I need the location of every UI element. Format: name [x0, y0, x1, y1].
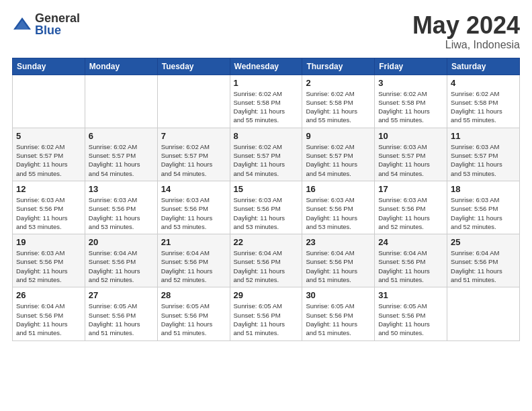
day-number: 19 [16, 237, 81, 247]
calendar-week-row: 1Sunrise: 6:02 AMSunset: 5:58 PMDaylight… [13, 75, 520, 128]
col-saturday: Saturday [447, 58, 520, 75]
day-info: Sunrise: 6:04 AMSunset: 5:56 PMDaylight:… [16, 302, 81, 337]
calendar-cell: 1Sunrise: 6:02 AMSunset: 5:58 PMDaylight… [230, 75, 302, 128]
calendar-cell [447, 287, 520, 340]
day-info: Sunrise: 6:02 AMSunset: 5:58 PMDaylight:… [378, 89, 443, 125]
calendar-cell: 12Sunrise: 6:03 AMSunset: 5:56 PMDayligh… [13, 181, 85, 234]
day-info: Sunrise: 6:02 AMSunset: 5:57 PMDaylight:… [306, 142, 371, 178]
day-info: Sunrise: 6:04 AMSunset: 5:56 PMDaylight:… [451, 248, 516, 284]
col-wednesday: Wednesday [230, 58, 302, 75]
calendar-cell: 3Sunrise: 6:02 AMSunset: 5:58 PMDaylight… [375, 75, 447, 128]
calendar-cell: 18Sunrise: 6:03 AMSunset: 5:56 PMDayligh… [447, 181, 520, 234]
calendar-cell: 23Sunrise: 6:04 AMSunset: 5:56 PMDayligh… [302, 234, 375, 287]
day-number: 15 [234, 184, 299, 194]
calendar-cell: 11Sunrise: 6:03 AMSunset: 5:57 PMDayligh… [447, 128, 520, 181]
day-info: Sunrise: 6:03 AMSunset: 5:57 PMDaylight:… [451, 142, 516, 178]
calendar-cell: 7Sunrise: 6:02 AMSunset: 5:57 PMDaylight… [157, 128, 230, 181]
calendar-cell [85, 75, 157, 128]
day-number: 7 [161, 131, 226, 141]
day-number: 3 [378, 78, 443, 88]
col-monday: Monday [85, 58, 157, 75]
day-number: 14 [161, 184, 226, 194]
day-number: 24 [378, 237, 443, 247]
day-info: Sunrise: 6:03 AMSunset: 5:56 PMDaylight:… [89, 195, 154, 231]
day-info: Sunrise: 6:02 AMSunset: 5:57 PMDaylight:… [89, 142, 154, 178]
calendar-cell: 19Sunrise: 6:03 AMSunset: 5:56 PMDayligh… [13, 234, 85, 287]
day-number: 29 [234, 290, 299, 300]
day-info: Sunrise: 6:05 AMSunset: 5:56 PMDaylight:… [234, 302, 299, 337]
day-info: Sunrise: 6:03 AMSunset: 5:56 PMDaylight:… [378, 195, 443, 231]
day-number: 12 [16, 184, 81, 194]
calendar-cell: 2Sunrise: 6:02 AMSunset: 5:58 PMDaylight… [302, 75, 375, 128]
calendar-week-row: 12Sunrise: 6:03 AMSunset: 5:56 PMDayligh… [13, 181, 520, 234]
day-info: Sunrise: 6:05 AMSunset: 5:56 PMDaylight:… [306, 302, 371, 337]
day-info: Sunrise: 6:03 AMSunset: 5:56 PMDaylight:… [161, 195, 226, 231]
col-sunday: Sunday [13, 58, 85, 75]
logo-icon [12, 16, 32, 32]
calendar-cell: 16Sunrise: 6:03 AMSunset: 5:56 PMDayligh… [302, 181, 375, 234]
calendar-cell: 10Sunrise: 6:03 AMSunset: 5:57 PMDayligh… [375, 128, 447, 181]
calendar-cell [13, 75, 85, 128]
calendar-cell: 24Sunrise: 6:04 AMSunset: 5:56 PMDayligh… [375, 234, 447, 287]
calendar-cell: 14Sunrise: 6:03 AMSunset: 5:56 PMDayligh… [157, 181, 230, 234]
col-thursday: Thursday [302, 58, 375, 75]
day-info: Sunrise: 6:04 AMSunset: 5:56 PMDaylight:… [306, 248, 371, 284]
calendar-cell [157, 75, 230, 128]
calendar-cell: 27Sunrise: 6:05 AMSunset: 5:56 PMDayligh… [85, 287, 157, 340]
logo-text: General Blue [35, 12, 80, 36]
calendar-header: Sunday Monday Tuesday Wednesday Thursday… [13, 58, 520, 75]
calendar-cell: 25Sunrise: 6:04 AMSunset: 5:56 PMDayligh… [447, 234, 520, 287]
day-number: 6 [89, 131, 154, 141]
calendar: Sunday Monday Tuesday Wednesday Thursday… [12, 58, 520, 341]
calendar-cell: 22Sunrise: 6:04 AMSunset: 5:56 PMDayligh… [230, 234, 302, 287]
day-info: Sunrise: 6:02 AMSunset: 5:57 PMDaylight:… [234, 142, 299, 178]
day-info: Sunrise: 6:04 AMSunset: 5:56 PMDaylight:… [234, 248, 299, 284]
day-number: 13 [89, 184, 154, 194]
day-info: Sunrise: 6:03 AMSunset: 5:56 PMDaylight:… [451, 195, 516, 231]
day-number: 1 [234, 78, 299, 88]
calendar-cell: 8Sunrise: 6:02 AMSunset: 5:57 PMDaylight… [230, 128, 302, 181]
day-info: Sunrise: 6:02 AMSunset: 5:57 PMDaylight:… [16, 142, 81, 178]
calendar-cell: 31Sunrise: 6:05 AMSunset: 5:56 PMDayligh… [375, 287, 447, 340]
day-info: Sunrise: 6:04 AMSunset: 5:56 PMDaylight:… [161, 248, 226, 284]
day-number: 26 [16, 290, 81, 300]
day-number: 28 [161, 290, 226, 300]
day-info: Sunrise: 6:05 AMSunset: 5:56 PMDaylight:… [378, 302, 443, 337]
calendar-week-row: 19Sunrise: 6:03 AMSunset: 5:56 PMDayligh… [13, 234, 520, 287]
calendar-cell: 29Sunrise: 6:05 AMSunset: 5:56 PMDayligh… [230, 287, 302, 340]
calendar-week-row: 26Sunrise: 6:04 AMSunset: 5:56 PMDayligh… [13, 287, 520, 340]
day-info: Sunrise: 6:05 AMSunset: 5:56 PMDaylight:… [89, 302, 154, 337]
calendar-cell: 15Sunrise: 6:03 AMSunset: 5:56 PMDayligh… [230, 181, 302, 234]
day-number: 27 [89, 290, 154, 300]
day-info: Sunrise: 6:03 AMSunset: 5:57 PMDaylight:… [378, 142, 443, 178]
day-info: Sunrise: 6:02 AMSunset: 5:58 PMDaylight:… [306, 89, 371, 125]
day-number: 25 [451, 237, 516, 247]
day-number: 16 [306, 184, 371, 194]
col-tuesday: Tuesday [157, 58, 230, 75]
day-number: 20 [89, 237, 154, 247]
day-info: Sunrise: 6:04 AMSunset: 5:56 PMDaylight:… [89, 248, 154, 284]
calendar-cell: 6Sunrise: 6:02 AMSunset: 5:57 PMDaylight… [85, 128, 157, 181]
day-info: Sunrise: 6:03 AMSunset: 5:56 PMDaylight:… [306, 195, 371, 231]
page: General Blue May 2024 Liwa, Indonesia Su… [0, 0, 532, 349]
day-number: 4 [451, 78, 516, 88]
calendar-cell: 20Sunrise: 6:04 AMSunset: 5:56 PMDayligh… [85, 234, 157, 287]
day-info: Sunrise: 6:02 AMSunset: 5:58 PMDaylight:… [451, 89, 516, 125]
calendar-cell: 28Sunrise: 6:05 AMSunset: 5:56 PMDayligh… [157, 287, 230, 340]
day-number: 22 [234, 237, 299, 247]
calendar-cell: 21Sunrise: 6:04 AMSunset: 5:56 PMDayligh… [157, 234, 230, 287]
logo: General Blue [12, 12, 80, 36]
logo-blue-text: Blue [35, 24, 80, 36]
day-info: Sunrise: 6:03 AMSunset: 5:56 PMDaylight:… [234, 195, 299, 231]
calendar-cell: 13Sunrise: 6:03 AMSunset: 5:56 PMDayligh… [85, 181, 157, 234]
day-number: 23 [306, 237, 371, 247]
calendar-body: 1Sunrise: 6:02 AMSunset: 5:58 PMDaylight… [13, 75, 520, 340]
day-number: 30 [306, 290, 371, 300]
day-info: Sunrise: 6:03 AMSunset: 5:56 PMDaylight:… [16, 195, 81, 231]
day-number: 5 [16, 131, 81, 141]
day-number: 8 [234, 131, 299, 141]
calendar-cell: 5Sunrise: 6:02 AMSunset: 5:57 PMDaylight… [13, 128, 85, 181]
title-block: May 2024 Liwa, Indonesia [412, 12, 520, 51]
day-number: 9 [306, 131, 371, 141]
day-number: 21 [161, 237, 226, 247]
